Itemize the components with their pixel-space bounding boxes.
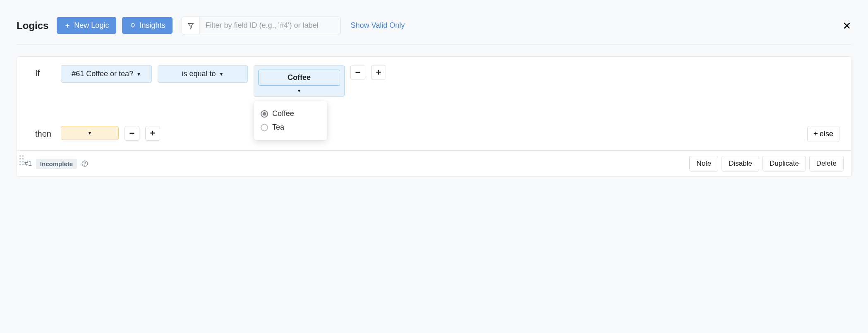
footer-actions: Note Disable Duplicate Delete [689,156,844,171]
radio-icon [261,110,268,118]
then-row: then ▼ − + + else [17,101,851,150]
filter-icon[interactable] [182,17,199,34]
value-option-label: Coffee [272,109,294,118]
plus-icon: + [813,130,818,138]
caret-down-icon: ▼ [88,130,92,135]
logics-header: Logics New Logic Insights Show Valid Onl… [17,17,851,45]
caret-down-icon[interactable]: ▼ [297,86,302,94]
status-badge: Incomplete [36,159,77,169]
duplicate-button[interactable]: Duplicate [762,156,806,171]
page-title: Logics [17,20,48,31]
filter-wrap [182,17,340,34]
show-valid-only-link[interactable]: Show Valid Only [350,21,405,30]
then-action-select[interactable]: ▼ [61,126,119,140]
value-option-label: Tea [272,123,284,132]
value-option[interactable]: Tea [261,121,320,134]
condition-value-select[interactable]: Coffee ▼ Coffee Tea [254,65,345,97]
close-icon[interactable] [842,21,851,30]
delete-button[interactable]: Delete [809,156,844,171]
help-icon[interactable] [81,160,89,167]
card-footer: #1 Incomplete Note Disable Duplicate Del… [17,150,851,176]
add-condition-button[interactable]: + [371,65,386,80]
note-button[interactable]: Note [689,156,718,171]
svg-point-8 [85,165,85,165]
plus-icon [64,22,71,29]
else-label: else [820,130,833,138]
svg-marker-4 [188,23,193,28]
if-row: If #61 Coffee or tea? ▼ is equal to ▼ Co… [17,57,851,101]
filter-input[interactable] [199,17,340,34]
new-logic-label: New Logic [74,21,109,30]
value-options-dropdown: Coffee Tea [254,101,327,140]
new-logic-button[interactable]: New Logic [57,17,116,34]
logic-card: If #61 Coffee or tea? ▼ is equal to ▼ Co… [17,56,851,177]
add-else-button[interactable]: + else [807,126,839,142]
disable-button[interactable]: Disable [722,156,759,171]
condition-operator-label: is equal to [182,70,216,78]
value-option[interactable]: Coffee [261,107,320,121]
remove-condition-button[interactable]: − [350,65,365,80]
then-label: then [35,126,55,139]
caret-down-icon: ▼ [219,72,224,77]
insights-label: Insights [139,21,165,30]
condition-field-label: #61 Coffee or tea? [72,70,133,78]
lightbulb-icon [129,22,136,29]
condition-value-label: Coffee [258,70,340,86]
condition-field-select[interactable]: #61 Coffee or tea? ▼ [61,65,152,83]
radio-icon [261,124,268,131]
drag-handle-icon[interactable] [19,155,24,166]
condition-operator-select[interactable]: is equal to ▼ [158,65,248,83]
rule-id: #1 [24,160,32,167]
remove-action-button[interactable]: − [125,126,139,141]
if-label: If [35,65,55,78]
caret-down-icon: ▼ [137,72,141,77]
insights-button[interactable]: Insights [122,17,173,34]
add-action-button[interactable]: + [145,126,160,141]
svg-point-2 [131,23,134,27]
